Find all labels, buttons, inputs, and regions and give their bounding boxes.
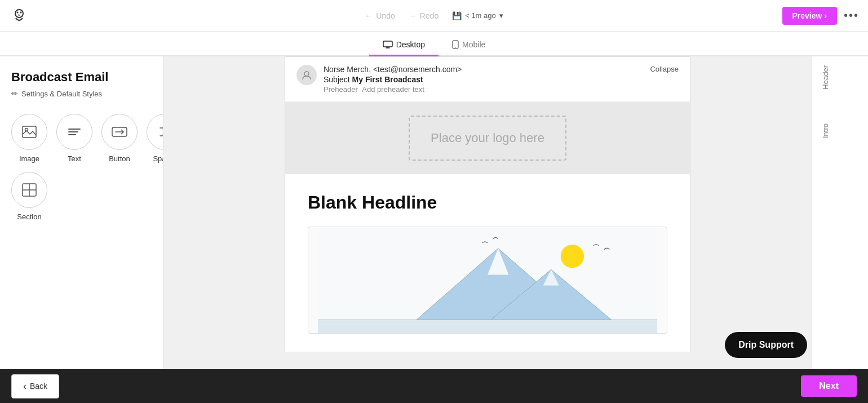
email-canvas: Place your logo here Blank Headline	[285, 102, 690, 352]
svg-point-22	[561, 245, 584, 268]
back-label: Back	[30, 382, 47, 391]
undo-button[interactable]: Undo	[365, 11, 395, 20]
svg-point-20	[304, 72, 309, 76]
top-nav: Undo Redo < 1m ago ▾ Preview › •••	[0, 0, 868, 32]
element-text[interactable]: Text	[56, 114, 92, 163]
back-chevron-icon	[23, 380, 26, 392]
collapse-button[interactable]: Collapse	[650, 65, 679, 73]
header-section-label: Header	[821, 65, 830, 90]
redo-icon	[409, 11, 417, 20]
blank-headline[interactable]: Blank Headline	[308, 192, 667, 213]
settings-label: Settings & Default Styles	[21, 90, 102, 98]
svg-point-5	[455, 47, 456, 48]
right-panel: Header Intro	[812, 56, 868, 369]
mountain-illustration	[308, 227, 667, 333]
collapse-label: Collapse	[650, 65, 679, 73]
main-area: Broadcast Email Settings & Default Style…	[0, 56, 868, 369]
undo-label: Undo	[376, 11, 395, 20]
back-button[interactable]: Back	[11, 374, 59, 398]
drip-support-label: Drip Support	[738, 340, 794, 349]
preheader-prefix: Preheader	[324, 85, 358, 94]
preview-label: Preview ›	[792, 11, 827, 20]
save-dropdown-icon: ▾	[499, 11, 503, 20]
section-icon-circle	[11, 172, 47, 208]
element-grid: Image Text	[11, 114, 152, 163]
tab-mobile-label: Mobile	[462, 40, 485, 49]
body-image-placeholder[interactable]	[308, 227, 667, 334]
tab-desktop[interactable]: Desktop	[369, 34, 439, 56]
next-label: Next	[819, 381, 839, 391]
element-spacer[interactable]: Spacer	[147, 114, 163, 163]
view-tabs: Desktop Mobile	[0, 32, 868, 56]
email-header-bar: Norse Merch, <test@norsemerch.com> Subje…	[285, 57, 690, 102]
subject-line: Subject My First Broadcast	[324, 75, 462, 84]
more-icon: •••	[844, 9, 859, 21]
save-label: < 1m ago	[465, 11, 496, 20]
intro-section-label: Intro	[821, 123, 830, 138]
section-label: Section	[17, 212, 41, 221]
svg-point-1	[17, 11, 19, 13]
logo-placeholder-text: Place your logo here	[431, 131, 544, 145]
bottom-bar: Back Next	[0, 369, 868, 403]
history-controls: Undo Redo < 1m ago ▾	[365, 11, 503, 20]
app-logo[interactable]	[9, 6, 29, 26]
preheader-placeholder[interactable]: Add preheader text	[362, 85, 424, 94]
svg-point-2	[20, 11, 22, 13]
element-row2: Section	[11, 172, 152, 221]
desktop-icon	[383, 41, 393, 48]
subject-prefix: Subject	[324, 75, 350, 84]
sender-name: Norse Merch, <test@norsemerch.com>	[324, 65, 462, 74]
subject-value: My First Broadcast	[352, 75, 423, 84]
spacer-label: Spacer	[153, 154, 163, 163]
element-section[interactable]: Section	[11, 172, 47, 221]
preview-button[interactable]: Preview ›	[782, 7, 837, 25]
nav-right: Preview › •••	[782, 7, 860, 25]
sender-info: Norse Merch, <test@norsemerch.com> Subje…	[324, 65, 462, 94]
email-header-left: Norse Merch, <test@norsemerch.com> Subje…	[296, 65, 462, 94]
settings-link[interactable]: Settings & Default Styles	[11, 89, 152, 98]
spacer-icon-circle	[147, 114, 163, 150]
nav-left	[9, 6, 29, 26]
svg-rect-27	[318, 320, 657, 334]
image-label: Image	[19, 154, 39, 163]
nav-center: Undo Redo < 1m ago ▾	[365, 11, 503, 20]
left-panel-title: Broadcast Email	[11, 70, 152, 85]
tab-mobile[interactable]: Mobile	[439, 34, 499, 56]
email-body-section: Blank Headline	[285, 174, 690, 352]
preheader-line: Preheader Add preheader text	[324, 85, 462, 94]
redo-button[interactable]: Redo	[409, 11, 439, 20]
email-logo-section[interactable]: Place your logo here	[285, 102, 690, 174]
image-icon-circle	[11, 114, 47, 150]
text-icon-circle	[56, 114, 92, 150]
button-icon-circle	[101, 114, 138, 150]
element-image[interactable]: Image	[11, 114, 47, 163]
mobile-icon	[452, 40, 459, 49]
more-button[interactable]: •••	[844, 9, 859, 22]
redo-label: Redo	[420, 11, 439, 20]
drip-support-button[interactable]: Drip Support	[725, 332, 807, 358]
svg-rect-3	[383, 41, 392, 47]
email-preview: Norse Merch, <test@norsemerch.com> Subje…	[285, 56, 690, 352]
save-indicator[interactable]: < 1m ago ▾	[452, 11, 503, 20]
undo-icon	[365, 11, 373, 20]
button-label: Button	[109, 154, 130, 163]
element-button[interactable]: Button	[101, 114, 138, 163]
save-icon	[452, 11, 462, 20]
tab-desktop-label: Desktop	[396, 40, 425, 49]
left-panel: Broadcast Email Settings & Default Style…	[0, 56, 163, 369]
sender-avatar	[296, 65, 317, 85]
next-button[interactable]: Next	[801, 375, 857, 397]
logo-placeholder[interactable]: Place your logo here	[409, 116, 566, 161]
text-label: Text	[68, 154, 81, 163]
canvas-area: Norse Merch, <test@norsemerch.com> Subje…	[163, 56, 812, 369]
svg-point-0	[15, 10, 23, 17]
pencil-icon	[11, 89, 18, 98]
